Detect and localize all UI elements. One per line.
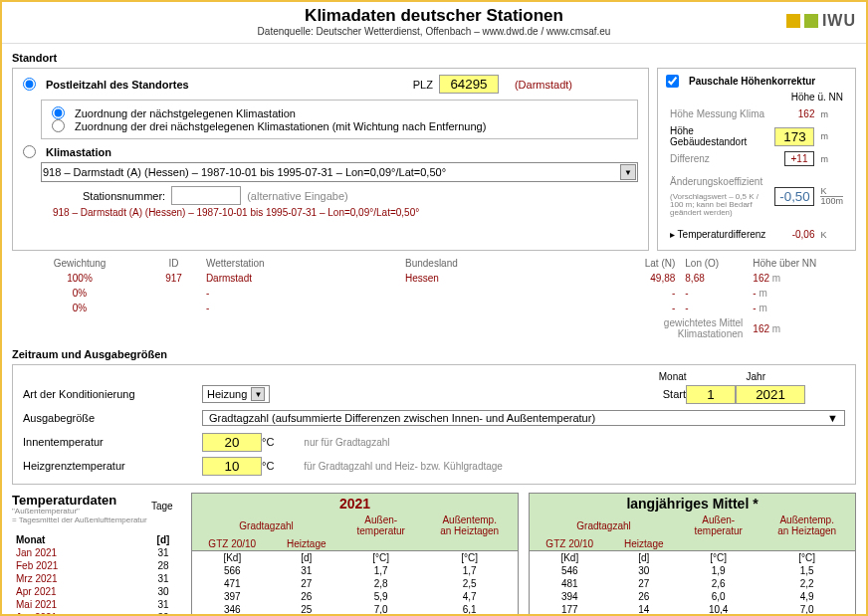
stationsnr-input[interactable]	[171, 186, 241, 205]
page-subtitle: Datenquelle: Deutscher Wetterdienst, Off…	[10, 26, 858, 37]
height-correction-box: Pauschale Höhenkorrektur Höhe ü. NN Höhe…	[657, 68, 856, 251]
logo-text: IWU	[822, 12, 856, 30]
stationsnr-label: Stationsnummer:	[83, 190, 165, 202]
ausg-select[interactable]: Gradtagzahl (aufsummierte Differenzen zw…	[202, 410, 845, 426]
assign-three-radio[interactable]	[52, 119, 65, 132]
zeitraum-box: Monat Jahr Art der Konditionierung Heizu…	[12, 364, 856, 485]
chevron-down-icon: ▼	[251, 387, 265, 401]
station-select-value: 918 – Darmstadt (A) (Hessen) – 1987-10-0…	[43, 166, 446, 178]
innen-hint: nur für Gradtagzahl	[304, 437, 389, 448]
header: Klimadaten deutscher Stationen Datenquel…	[2, 2, 866, 44]
chevron-down-icon: ▼	[620, 164, 636, 180]
start-month-input[interactable]	[686, 385, 736, 404]
innen-input[interactable]	[202, 433, 262, 452]
klimastation-radio-label: Klimastation	[46, 146, 111, 158]
assign-nearest-label: Zuordnung der nächstgelegenen Klimastati…	[75, 107, 296, 119]
geb-label: Höhe Gebäudestandort	[668, 123, 770, 149]
heiz-hint: für Gradtagzahl und Heiz- bzw. Kühlgradt…	[304, 461, 503, 472]
logo-square-icon	[786, 14, 800, 28]
station-echo: 918 – Darmstadt (A) (Hessen) – 1987-10-0…	[53, 207, 638, 218]
art-select[interactable]: Heizung▼	[202, 385, 270, 403]
tdiff-value: -0,06	[772, 227, 816, 242]
section-standort-label: Standort	[12, 52, 856, 64]
heiz-input[interactable]	[202, 457, 262, 476]
klimastation-radio[interactable]	[23, 145, 36, 158]
mess-label: Höhe Messung Klima	[668, 106, 770, 121]
koef-input[interactable]	[774, 187, 814, 206]
plz-input[interactable]	[439, 75, 499, 94]
chevron-down-icon: ▼	[827, 412, 838, 424]
plz-city: (Darmstadt)	[515, 79, 572, 91]
diff-label: Differenz	[668, 151, 770, 166]
plz-radio-label: Postleitzahl des Standortes	[46, 79, 189, 91]
standort-box: Postleitzahl des Standortes PLZ (Darmsta…	[12, 68, 649, 251]
start-year-input[interactable]	[736, 385, 805, 404]
innen-label: Innentemperatur	[23, 436, 202, 448]
stationsnr-hint: (alternative Eingabe)	[247, 190, 348, 202]
plz-radio[interactable]	[23, 78, 36, 91]
tdiff-label: ▸ Temperaturdifferenz	[668, 227, 770, 242]
section-zeitraum-label: Zeitraum und Ausgabegrößen	[12, 348, 856, 360]
koef-label: Änderungskoeffizient	[668, 174, 770, 189]
table-2021: 2021 Gradtagzahl Außen- temperatur Außen…	[191, 493, 519, 616]
art-label: Art der Konditionierung	[23, 388, 202, 400]
page-title: Klimadaten deutscher Stationen	[10, 6, 858, 26]
table-mittel: langjähriges Mittel * Gradtagzahl Außen-…	[529, 493, 856, 616]
diff-value: +11	[784, 151, 815, 166]
logo-square-icon	[804, 14, 818, 28]
logo: IWU	[786, 12, 856, 30]
plz-label: PLZ	[413, 79, 433, 91]
heiz-label: Heizgrenztemperatur	[23, 460, 202, 472]
koef-hint: (Vorschlagswert – 0,5 K / 100 m; kann be…	[668, 191, 770, 219]
height-corr-checkbox[interactable]	[666, 75, 679, 88]
mess-value: 162	[798, 108, 815, 119]
height-corr-label: Pauschale Höhenkorrektur	[689, 76, 815, 87]
station-table: Gewichtung ID Wetterstation Bundesland L…	[12, 255, 856, 342]
station-select[interactable]: 918 – Darmstadt (A) (Hessen) – 1987-10-0…	[41, 162, 638, 182]
geb-input[interactable]	[774, 127, 814, 146]
nn-label: Höhe ü. NN	[772, 90, 845, 104]
assign-three-label: Zuordnung der drei nächstgelegenen Klima…	[75, 120, 486, 132]
ausg-label: Ausgabegröße	[23, 412, 202, 424]
assign-nearest-radio[interactable]	[52, 106, 65, 119]
